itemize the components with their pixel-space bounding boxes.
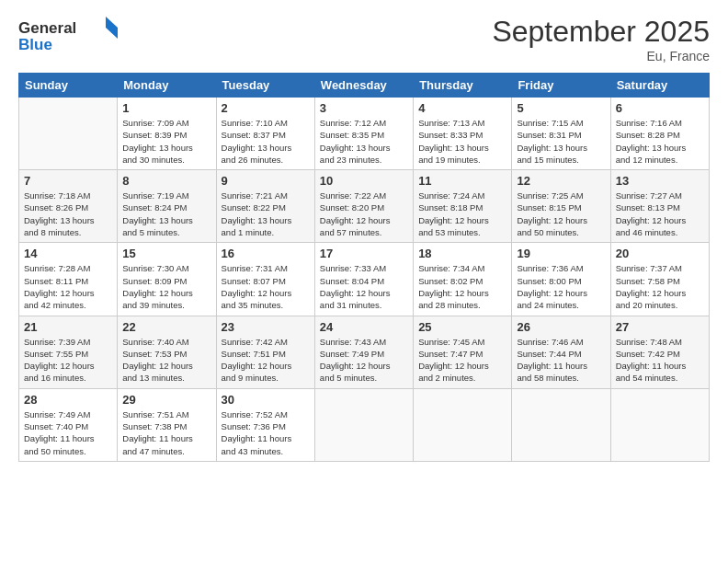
day-info: Sunrise: 7:42 AM Sunset: 7:51 PM Dayligh… (222, 336, 310, 385)
table-row: 14Sunrise: 7:28 AM Sunset: 8:11 PM Dayli… (19, 243, 118, 316)
table-row: 30Sunrise: 7:52 AM Sunset: 7:36 PM Dayli… (216, 388, 314, 461)
day-info: Sunrise: 7:33 AM Sunset: 8:04 PM Dayligh… (320, 262, 408, 311)
day-info: Sunrise: 7:48 AM Sunset: 7:42 PM Dayligh… (616, 336, 704, 385)
day-number: 6 (616, 101, 704, 115)
table-row: 1Sunrise: 7:09 AM Sunset: 8:39 PM Daylig… (118, 98, 216, 170)
day-number: 15 (122, 247, 210, 260)
day-info: Sunrise: 7:34 AM Sunset: 8:02 PM Dayligh… (418, 262, 506, 311)
calendar-week-row: 14Sunrise: 7:28 AM Sunset: 8:11 PM Dayli… (19, 243, 710, 316)
day-number: 29 (122, 393, 210, 407)
calendar-week-row: 7Sunrise: 7:18 AM Sunset: 8:26 PM Daylig… (19, 170, 710, 243)
table-row: 15Sunrise: 7:30 AM Sunset: 8:09 PM Dayli… (118, 243, 216, 316)
table-row: 10Sunrise: 7:22 AM Sunset: 8:20 PM Dayli… (314, 170, 413, 243)
day-number: 26 (517, 320, 605, 334)
location-subtitle: Eu, France (492, 49, 710, 63)
day-number: 19 (517, 247, 605, 260)
table-row: 17Sunrise: 7:33 AM Sunset: 8:04 PM Dayli… (314, 243, 413, 316)
day-number: 14 (24, 247, 112, 260)
day-number: 21 (24, 320, 112, 334)
table-row: 25Sunrise: 7:45 AM Sunset: 7:47 PM Dayli… (414, 316, 512, 388)
day-info: Sunrise: 7:49 AM Sunset: 7:40 PM Dayligh… (24, 408, 112, 457)
day-info: Sunrise: 7:15 AM Sunset: 8:31 PM Dayligh… (517, 117, 605, 166)
table-row: 2Sunrise: 7:10 AM Sunset: 8:37 PM Daylig… (216, 98, 314, 170)
table-row: 5Sunrise: 7:15 AM Sunset: 8:31 PM Daylig… (512, 98, 610, 170)
table-row: 19Sunrise: 7:36 AM Sunset: 8:00 PM Dayli… (512, 243, 610, 316)
page-header: General Blue September 2025 Eu, France (18, 15, 710, 63)
day-info: Sunrise: 7:09 AM Sunset: 8:39 PM Dayligh… (122, 117, 210, 166)
table-row: 28Sunrise: 7:49 AM Sunset: 7:40 PM Dayli… (19, 388, 118, 461)
day-number: 28 (24, 393, 112, 407)
day-info: Sunrise: 7:19 AM Sunset: 8:24 PM Dayligh… (122, 190, 210, 238)
table-row: 16Sunrise: 7:31 AM Sunset: 8:07 PM Dayli… (216, 243, 314, 316)
table-row: 20Sunrise: 7:37 AM Sunset: 7:58 PM Dayli… (610, 243, 709, 316)
day-info: Sunrise: 7:30 AM Sunset: 8:09 PM Dayligh… (122, 262, 210, 311)
day-info: Sunrise: 7:45 AM Sunset: 7:47 PM Dayligh… (418, 336, 506, 385)
table-row: 13Sunrise: 7:27 AM Sunset: 8:13 PM Dayli… (610, 170, 709, 243)
day-info: Sunrise: 7:28 AM Sunset: 8:11 PM Dayligh… (24, 262, 112, 311)
day-info: Sunrise: 7:25 AM Sunset: 8:15 PM Dayligh… (517, 190, 605, 238)
table-row: 7Sunrise: 7:18 AM Sunset: 8:26 PM Daylig… (19, 170, 118, 243)
table-row: 27Sunrise: 7:48 AM Sunset: 7:42 PM Dayli… (610, 316, 709, 388)
day-number: 23 (222, 320, 310, 334)
table-row: 8Sunrise: 7:19 AM Sunset: 8:24 PM Daylig… (118, 170, 216, 243)
day-info: Sunrise: 7:51 AM Sunset: 7:38 PM Dayligh… (122, 408, 210, 457)
col-friday: Friday (512, 74, 610, 98)
day-info: Sunrise: 7:22 AM Sunset: 8:20 PM Dayligh… (320, 190, 408, 238)
day-info: Sunrise: 7:31 AM Sunset: 8:07 PM Dayligh… (222, 262, 310, 311)
day-number: 13 (616, 174, 704, 188)
title-area: September 2025 Eu, France (492, 15, 710, 63)
day-number: 24 (320, 320, 408, 334)
day-number: 18 (418, 247, 506, 260)
table-row: 3Sunrise: 7:12 AM Sunset: 8:35 PM Daylig… (314, 98, 413, 170)
table-row: 22Sunrise: 7:40 AM Sunset: 7:53 PM Dayli… (118, 316, 216, 388)
day-number: 30 (222, 393, 310, 407)
day-number: 17 (320, 247, 408, 260)
svg-text:General: General (18, 19, 76, 37)
table-row: 24Sunrise: 7:43 AM Sunset: 7:49 PM Dayli… (314, 316, 413, 388)
day-info: Sunrise: 7:27 AM Sunset: 8:13 PM Dayligh… (616, 190, 704, 238)
table-row: 18Sunrise: 7:34 AM Sunset: 8:02 PM Dayli… (414, 243, 512, 316)
day-number: 12 (517, 174, 605, 188)
day-info: Sunrise: 7:37 AM Sunset: 7:58 PM Dayligh… (616, 262, 704, 311)
col-tuesday: Tuesday (216, 74, 314, 98)
day-info: Sunrise: 7:36 AM Sunset: 8:00 PM Dayligh… (517, 262, 605, 311)
day-number: 11 (418, 174, 506, 188)
table-row: 21Sunrise: 7:39 AM Sunset: 7:55 PM Dayli… (19, 316, 118, 388)
table-row (610, 388, 709, 461)
month-title: September 2025 (492, 15, 710, 49)
logo: General Blue (18, 15, 119, 55)
day-info: Sunrise: 7:16 AM Sunset: 8:28 PM Dayligh… (616, 117, 704, 166)
day-number: 5 (517, 101, 605, 115)
day-info: Sunrise: 7:12 AM Sunset: 8:35 PM Dayligh… (320, 117, 408, 166)
day-number: 4 (418, 101, 506, 115)
table-row: 11Sunrise: 7:24 AM Sunset: 8:18 PM Dayli… (414, 170, 512, 243)
day-info: Sunrise: 7:21 AM Sunset: 8:22 PM Dayligh… (222, 190, 310, 238)
day-info: Sunrise: 7:13 AM Sunset: 8:33 PM Dayligh… (418, 117, 506, 166)
table-row: 12Sunrise: 7:25 AM Sunset: 8:15 PM Dayli… (512, 170, 610, 243)
day-info: Sunrise: 7:43 AM Sunset: 7:49 PM Dayligh… (320, 336, 408, 385)
day-info: Sunrise: 7:18 AM Sunset: 8:26 PM Dayligh… (24, 190, 112, 238)
day-number: 1 (122, 101, 210, 115)
col-wednesday: Wednesday (314, 74, 413, 98)
col-saturday: Saturday (610, 74, 709, 98)
svg-text:Blue: Blue (18, 36, 52, 53)
table-row (19, 98, 118, 170)
calendar-week-row: 28Sunrise: 7:49 AM Sunset: 7:40 PM Dayli… (19, 388, 710, 461)
calendar-week-row: 1Sunrise: 7:09 AM Sunset: 8:39 PM Daylig… (19, 98, 710, 170)
table-row: 6Sunrise: 7:16 AM Sunset: 8:28 PM Daylig… (610, 98, 709, 170)
table-row: 26Sunrise: 7:46 AM Sunset: 7:44 PM Dayli… (512, 316, 610, 388)
logo-svg: General Blue (18, 15, 119, 55)
day-number: 10 (320, 174, 408, 188)
table-row (512, 388, 610, 461)
table-row (414, 388, 512, 461)
day-info: Sunrise: 7:40 AM Sunset: 7:53 PM Dayligh… (122, 336, 210, 385)
day-number: 20 (616, 247, 704, 260)
calendar-header-row: Sunday Monday Tuesday Wednesday Thursday… (19, 74, 710, 98)
col-thursday: Thursday (414, 74, 512, 98)
table-row: 4Sunrise: 7:13 AM Sunset: 8:33 PM Daylig… (414, 98, 512, 170)
col-monday: Monday (118, 74, 216, 98)
day-number: 22 (122, 320, 210, 334)
day-number: 3 (320, 101, 408, 115)
day-number: 27 (616, 320, 704, 334)
table-row: 23Sunrise: 7:42 AM Sunset: 7:51 PM Dayli… (216, 316, 314, 388)
